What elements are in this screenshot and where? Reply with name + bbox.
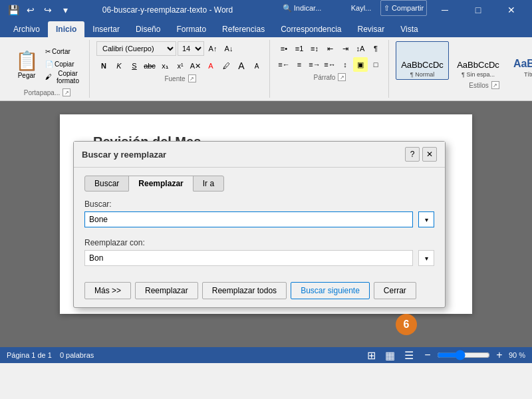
tab-insertar[interactable]: Insertar: [84, 21, 128, 37]
highlight-button[interactable]: 🖊: [219, 59, 233, 73]
save-button[interactable]: 💾: [5, 2, 21, 18]
tab-diseno[interactable]: Diseño: [128, 21, 168, 37]
find-dropdown-button[interactable]: ▾: [418, 211, 434, 227]
show-marks-button[interactable]: ¶: [368, 41, 383, 56]
numbering-button[interactable]: ≡1: [292, 41, 307, 56]
dialog-controls: ? ✕: [405, 147, 437, 162]
style-no-space[interactable]: AaBbCcDc ¶ Sin espa...: [452, 41, 505, 80]
font-name-select[interactable]: Calibri (Cuerpo): [96, 41, 176, 56]
style-heading1[interactable]: AaBbCc Título 1: [507, 41, 532, 80]
font-size-aa-big[interactable]: A: [234, 59, 249, 73]
align-left-button[interactable]: ≡←: [277, 57, 291, 72]
style-normal[interactable]: AaBbCcDc ¶ Normal: [396, 41, 449, 80]
clipboard-label: Portapapa... ↗: [11, 88, 84, 96]
layout-btn-1[interactable]: ⊞: [365, 348, 378, 362]
layout-btn-2[interactable]: ▦: [384, 348, 397, 362]
clipboard-expand[interactable]: ↗: [63, 88, 70, 96]
font-size-aa-small[interactable]: A: [249, 59, 264, 73]
font-size-select[interactable]: 14: [178, 41, 204, 56]
styles-label: Estilos ↗: [396, 81, 532, 89]
copy-button[interactable]: 📄Copiar: [44, 59, 84, 70]
maximize-button[interactable]: □: [463, 0, 493, 20]
more-button[interactable]: Más >>: [84, 282, 131, 299]
tab-vista[interactable]: Vista: [392, 21, 426, 37]
strikethrough-button[interactable]: abc: [142, 59, 157, 73]
tab-revisar[interactable]: Revisar: [350, 21, 393, 37]
tab-correspondencia[interactable]: Correspondencia: [273, 21, 349, 37]
find-label: Buscar:: [84, 200, 434, 209]
find-field: Buscar: ▾: [84, 200, 434, 227]
underline-button[interactable]: S: [127, 59, 142, 73]
find-input[interactable]: [84, 211, 413, 227]
sort-button[interactable]: ↕A: [353, 41, 368, 56]
tab-reemplazar[interactable]: Reemplazar: [128, 176, 193, 192]
zoom-slider[interactable]: [437, 350, 490, 360]
paste-label: Pegar: [18, 72, 36, 79]
tab-formato[interactable]: Formato: [168, 21, 214, 37]
zoom-in-button[interactable]: +: [493, 348, 506, 362]
increase-indent-button[interactable]: ⇥: [338, 41, 352, 56]
dialog-titlebar: Buscar y reemplazar ? ✕: [74, 142, 445, 168]
share-button[interactable]: ⇧ Compartir: [380, 0, 427, 16]
tab-ir-a[interactable]: Ir a: [193, 176, 224, 192]
bullets-button[interactable]: ≡•: [277, 41, 291, 56]
user-button[interactable]: Kayl...: [344, 0, 378, 16]
justify-button[interactable]: ≡↔: [323, 57, 337, 72]
replace-dropdown-button[interactable]: ▾: [418, 250, 434, 266]
redo-button[interactable]: ↪: [40, 2, 56, 18]
dialog-close-btn[interactable]: Cerrar: [374, 282, 416, 299]
align-center-button[interactable]: ≡: [292, 57, 307, 72]
titlebar-left: 💾 ↩ ↪ ▾: [5, 2, 73, 18]
statusbar-right: ⊞ ▦ ☰ − + 90 %: [365, 348, 525, 362]
align-right-button[interactable]: ≡→: [307, 57, 322, 72]
tab-archivo[interactable]: Archivo: [5, 21, 48, 37]
undo-button[interactable]: ↩: [23, 2, 39, 18]
tab-inicio[interactable]: Inicio: [48, 21, 84, 37]
replace-all-button[interactable]: Reemplazar todos: [202, 282, 287, 299]
bold-button[interactable]: N: [96, 59, 111, 73]
decrease-indent-button[interactable]: ⇤: [323, 41, 337, 56]
decrease-font-button[interactable]: A↓: [221, 41, 236, 56]
replace-label: Reemplazar con:: [84, 238, 434, 247]
window-title: 06-buscar-y-reemplazar-texto - Word: [73, 5, 262, 15]
dialog-close-button[interactable]: ✕: [422, 147, 437, 162]
superscript-button[interactable]: x¹: [173, 59, 188, 73]
find-next-button[interactable]: Buscar siguiente: [291, 282, 370, 299]
titlebar: 💾 ↩ ↪ ▾ 06-buscar-y-reemplazar-texto - W…: [0, 0, 532, 20]
zoom-out-button[interactable]: −: [421, 348, 434, 362]
close-button[interactable]: ✕: [496, 0, 527, 20]
multilevel-button[interactable]: ≡↕: [307, 41, 322, 56]
italic-button[interactable]: K: [112, 59, 126, 73]
dialog-help-button[interactable]: ?: [405, 147, 420, 162]
paste-button[interactable]: 📋 Pegar: [11, 46, 43, 83]
styles-expand-btn[interactable]: ↗: [491, 81, 499, 89]
font-expand[interactable]: ↗: [188, 74, 196, 82]
replace-one-button[interactable]: Reemplazar: [135, 282, 198, 299]
dialog-buttons: Más >> Reemplazar Reemplazar todos Busca…: [84, 277, 434, 299]
cut-button[interactable]: ✂Cortar: [44, 46, 84, 58]
subscript-button[interactable]: x₁: [158, 59, 172, 73]
font-color-button[interactable]: A: [203, 59, 218, 73]
dialog-content: Buscar Reemplazar Ir a Buscar: ▾ Reempla…: [74, 168, 445, 307]
paragraph-label: Párrafo ↗: [277, 73, 383, 81]
border-button[interactable]: □: [368, 57, 383, 72]
qat-more-button[interactable]: ▾: [57, 2, 73, 18]
style-normal-preview: AaBbCcDc: [398, 60, 447, 70]
tab-buscar[interactable]: Buscar: [84, 176, 129, 192]
paragraph-expand[interactable]: ↗: [338, 73, 346, 81]
layout-btn-3[interactable]: ☰: [402, 348, 416, 362]
tab-referencias[interactable]: Referencias: [214, 21, 273, 37]
window-controls: 🔍 Indicar... Kayl... ⇧ Compartir ─ □ ✕: [262, 0, 527, 20]
increase-font-button[interactable]: A↑: [205, 41, 220, 56]
shading-button[interactable]: ▣: [353, 57, 368, 72]
style-heading1-name: Título 1: [524, 71, 532, 78]
style-no-space-name: ¶ Sin espa...: [462, 71, 495, 78]
format-paint-button[interactable]: 🖌Copiar formato: [44, 71, 84, 83]
page-info: Página 1 de 1: [7, 351, 52, 359]
replace-input[interactable]: [84, 250, 413, 266]
find-replace-dialog: Buscar y reemplazar ? ✕ Buscar Reemplaza…: [73, 141, 446, 308]
line-spacing-button[interactable]: ↕: [338, 57, 352, 72]
search-bar-button[interactable]: 🔍 Indicar...: [262, 0, 342, 16]
clear-format-button[interactable]: A✕: [188, 59, 203, 73]
minimize-button[interactable]: ─: [430, 0, 460, 20]
